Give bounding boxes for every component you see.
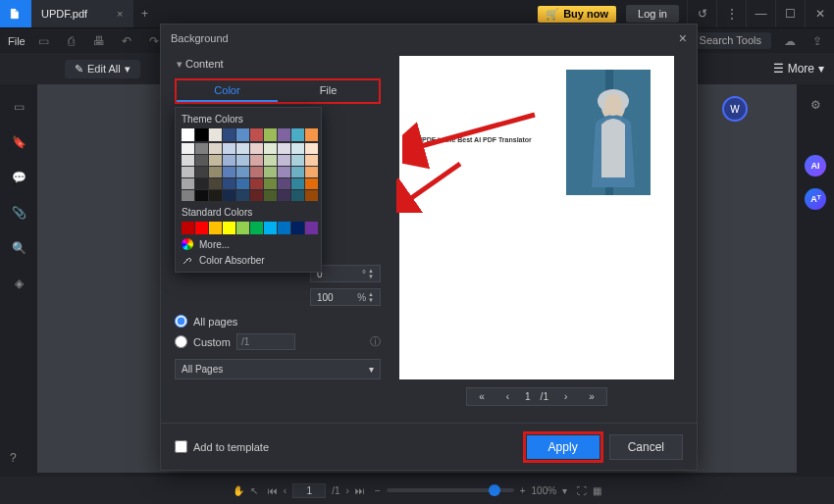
color-swatch[interactable]	[182, 178, 194, 189]
color-absorber-button[interactable]: Color Absorber	[182, 254, 315, 266]
color-swatch[interactable]	[305, 128, 318, 141]
prev-page-icon[interactable]: ‹	[284, 485, 287, 496]
color-swatch[interactable]	[278, 178, 290, 189]
color-swatch[interactable]	[250, 143, 263, 154]
color-swatch[interactable]	[278, 155, 290, 166]
ai-translate-badge[interactable]: Aᵀ	[805, 188, 826, 210]
color-swatch[interactable]	[209, 143, 222, 154]
more-menu[interactable]: ☰ More ▾	[773, 62, 824, 76]
color-swatch[interactable]	[182, 143, 194, 154]
color-swatch[interactable]	[305, 167, 318, 177]
chevron-down-icon[interactable]: ▾	[562, 485, 567, 496]
comment-icon[interactable]: 💬	[10, 169, 27, 186]
content-section-label[interactable]: Content	[175, 52, 381, 76]
color-swatch[interactable]	[223, 155, 235, 166]
color-swatch[interactable]	[305, 155, 318, 166]
share-icon[interactable]: ⇪	[808, 34, 826, 48]
color-swatch[interactable]	[209, 190, 222, 201]
color-swatch[interactable]	[291, 222, 304, 234]
fit-page-icon[interactable]: ⛶	[577, 485, 587, 496]
tab-color[interactable]: Color	[177, 80, 278, 102]
login-button[interactable]: Log in	[626, 5, 679, 23]
kebab-icon[interactable]: ⋮	[716, 0, 746, 27]
color-swatch[interactable]	[195, 178, 208, 189]
preview-last-icon[interactable]: »	[583, 391, 600, 402]
color-swatch[interactable]	[305, 178, 318, 189]
color-swatch[interactable]	[223, 167, 235, 177]
color-swatch[interactable]	[291, 128, 304, 141]
sync-icon[interactable]: ☁	[781, 34, 799, 48]
color-swatch[interactable]	[223, 143, 235, 154]
color-swatch[interactable]	[223, 190, 235, 201]
color-swatch[interactable]	[250, 167, 263, 177]
color-swatch[interactable]	[264, 143, 277, 154]
watermark-badge[interactable]: W	[722, 96, 748, 122]
zoom-slider[interactable]	[387, 488, 514, 492]
add-to-template-checkbox[interactable]	[175, 440, 187, 453]
add-tab-icon[interactable]: +	[133, 7, 157, 21]
select-tool-icon[interactable]: ↖	[250, 485, 258, 496]
color-swatch[interactable]	[182, 167, 194, 177]
color-swatch[interactable]	[291, 178, 304, 189]
color-swatch[interactable]	[291, 167, 304, 177]
print-icon[interactable]: 🖶	[90, 34, 108, 48]
color-swatch[interactable]	[182, 222, 194, 234]
preview-first-icon[interactable]: «	[473, 391, 491, 402]
search-icon[interactable]: 🔍	[10, 239, 27, 257]
color-swatch[interactable]	[250, 178, 263, 189]
page-scope-select[interactable]: All Pages ▾	[175, 359, 381, 379]
color-swatch[interactable]	[305, 143, 318, 154]
color-swatch[interactable]	[209, 167, 222, 177]
color-swatch[interactable]	[236, 128, 249, 141]
color-swatch[interactable]	[209, 222, 222, 234]
color-swatch[interactable]	[264, 167, 277, 177]
color-swatch[interactable]	[195, 190, 208, 201]
color-swatch[interactable]	[182, 190, 194, 201]
document-tab[interactable]: UPDF.pdf ×	[31, 0, 133, 27]
custom-pages-radio[interactable]	[175, 335, 187, 348]
close-tab-icon[interactable]: ×	[117, 8, 123, 20]
tab-file[interactable]: File	[278, 80, 379, 102]
color-swatch[interactable]	[250, 190, 263, 201]
color-swatch[interactable]	[236, 167, 249, 177]
color-swatch[interactable]	[195, 167, 208, 177]
help-icon[interactable]: ?	[10, 451, 17, 465]
color-swatch[interactable]	[223, 222, 235, 234]
window-minimize-icon[interactable]: —	[746, 0, 775, 27]
rotation-input[interactable]	[317, 269, 362, 279]
opacity-input[interactable]	[317, 292, 357, 303]
apply-button[interactable]: Apply	[527, 435, 599, 459]
color-swatch[interactable]	[264, 222, 277, 234]
page-number-input[interactable]	[292, 483, 326, 498]
info-icon[interactable]: ⓘ	[370, 334, 381, 349]
color-swatch[interactable]	[182, 128, 194, 141]
window-close-icon[interactable]: ✕	[805, 0, 834, 27]
color-swatch[interactable]	[209, 178, 222, 189]
open-icon[interactable]: ▭	[35, 34, 53, 48]
color-swatch[interactable]	[236, 143, 249, 154]
more-colors-button[interactable]: More...	[182, 238, 315, 250]
last-page-icon[interactable]: ⏭	[355, 485, 365, 496]
color-swatch[interactable]	[291, 190, 304, 201]
color-swatch[interactable]	[236, 222, 249, 234]
color-swatch[interactable]	[278, 143, 290, 154]
save-icon[interactable]: ⎙	[63, 34, 80, 48]
color-swatch[interactable]	[278, 190, 290, 201]
color-swatch[interactable]	[278, 128, 290, 141]
color-swatch[interactable]	[195, 128, 208, 141]
color-swatch[interactable]	[264, 178, 277, 189]
view-mode-icon[interactable]: ▦	[593, 485, 601, 496]
color-swatch[interactable]	[250, 222, 263, 234]
next-page-icon[interactable]: ›	[346, 485, 349, 496]
color-swatch[interactable]	[236, 155, 249, 166]
buy-now-button[interactable]: 🛒 Buy now	[538, 6, 616, 23]
layers-icon[interactable]: ◈	[10, 275, 27, 292]
attachment-icon[interactable]: 📎	[10, 204, 27, 222]
all-pages-radio[interactable]	[175, 315, 187, 328]
hand-tool-icon[interactable]: ✋	[233, 485, 244, 496]
page-range-input[interactable]	[236, 333, 295, 350]
cancel-button[interactable]: Cancel	[609, 434, 683, 460]
color-swatch[interactable]	[250, 128, 263, 141]
first-page-icon[interactable]: ⏮	[268, 485, 278, 496]
ai-badge[interactable]: AI	[805, 155, 826, 176]
